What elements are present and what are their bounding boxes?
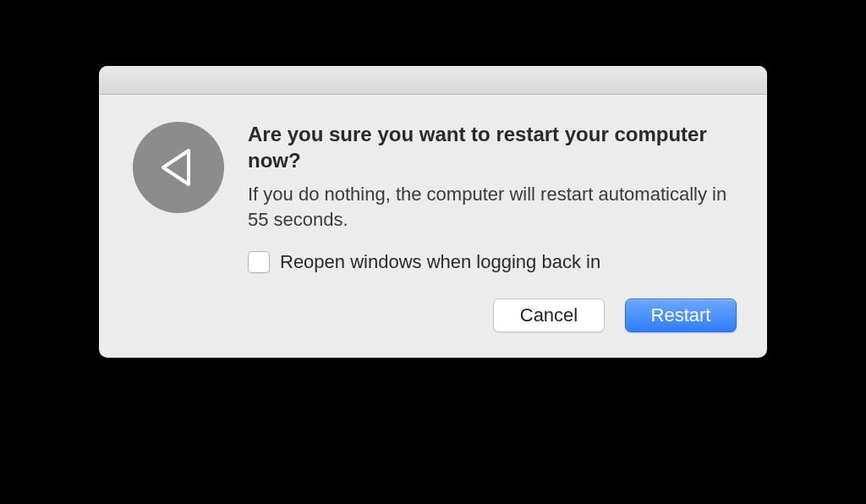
- dialog-titlebar: [99, 66, 767, 95]
- dialog-message: If you do nothing, the computer will res…: [248, 182, 737, 232]
- reopen-windows-checkbox[interactable]: [248, 251, 270, 273]
- reopen-windows-label: Reopen windows when logging back in: [280, 251, 600, 273]
- dialog-body: Are you sure you want to restart your co…: [248, 122, 737, 332]
- triangle-left-icon: [155, 144, 202, 191]
- dialog-content: Are you sure you want to restart your co…: [99, 95, 767, 358]
- restart-icon: [133, 122, 224, 213]
- dialog-button-row: Cancel Restart: [248, 299, 737, 332]
- dialog-icon-column: [133, 122, 224, 332]
- dialog-heading: Are you sure you want to restart your co…: [248, 122, 737, 173]
- restart-button[interactable]: Restart: [625, 299, 737, 332]
- reopen-windows-row[interactable]: Reopen windows when logging back in: [248, 251, 737, 273]
- restart-confirmation-dialog: Are you sure you want to restart your co…: [99, 66, 767, 358]
- cancel-button[interactable]: Cancel: [493, 299, 605, 332]
